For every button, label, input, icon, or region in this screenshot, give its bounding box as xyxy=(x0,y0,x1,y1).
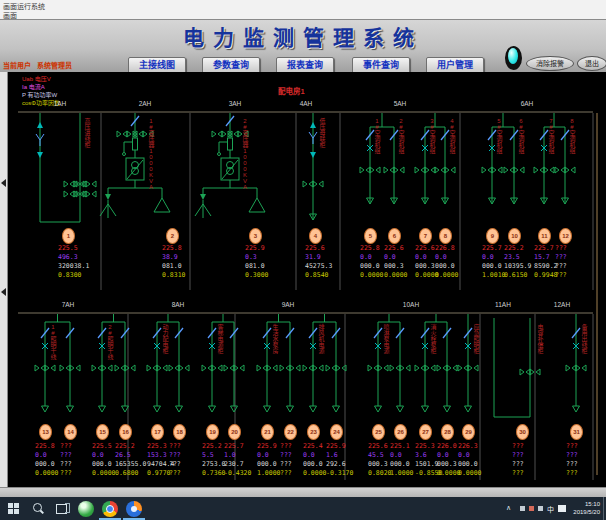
meter-pf: 0.0000 xyxy=(458,469,481,477)
qq-app-icon[interactable] xyxy=(78,501,94,517)
meter-power: 081.0 xyxy=(162,262,182,270)
meter-badge-26: 26 xyxy=(394,424,407,440)
meter-current: 45.5 xyxy=(368,451,384,459)
scroll-left-arrow-icon[interactable] xyxy=(1,179,6,187)
meter-badge-12: 12 xyxy=(559,228,572,244)
circuit-label: 备用出线柜 xyxy=(580,324,587,354)
meter-voltage: 225.3 xyxy=(415,442,435,450)
scada-canvas: Uab 电压VIa 电流AP 有功功率WcosΦ功率因数 配电房1 1AH2AH… xyxy=(0,72,606,487)
browser-app-icon[interactable] xyxy=(126,501,142,517)
meter-badge-9: 9 xyxy=(486,228,499,244)
circuit-label: 电容补偿柜 xyxy=(536,324,543,354)
meter-pf: 1.0010 xyxy=(482,271,505,279)
meter-voltage: 225.5 xyxy=(92,442,112,450)
left-scroll-strip[interactable] xyxy=(0,72,8,487)
meter-power: 1501.9 xyxy=(415,460,438,468)
meter-voltage: ??? xyxy=(566,442,578,450)
meter-voltage: 225.8 xyxy=(360,244,380,252)
meter-voltage: 225.9 xyxy=(257,442,277,450)
meter-current: 1.6 xyxy=(326,451,338,459)
single-line-diagram xyxy=(0,72,606,487)
circuit-label: 2#空调机组 xyxy=(397,118,404,154)
meter-voltage: 225.7 xyxy=(534,244,554,252)
tray-volume-icon[interactable] xyxy=(538,506,543,511)
meter-pf: 0.0000 xyxy=(437,469,460,477)
task-view-icon[interactable] xyxy=(54,501,70,517)
meter-power: 45275.3 xyxy=(305,262,332,270)
meter-current: ??? xyxy=(555,253,567,261)
meter-voltage: ??? xyxy=(512,442,524,450)
status-user-value: 系统管理员 xyxy=(37,62,72,69)
meter-badge-19: 19 xyxy=(206,424,219,440)
meter-current: 153.3 xyxy=(147,451,167,459)
meter-pf: ??? xyxy=(566,469,578,477)
meter-power: 081.0 xyxy=(245,262,265,270)
meter-power: 000.0 xyxy=(458,460,478,468)
meter-power: 000.3 xyxy=(384,262,404,270)
section-label-11AH: 11AH xyxy=(488,301,518,308)
show-desktop-button[interactable] xyxy=(603,497,604,520)
meter-voltage: 225.2 xyxy=(202,442,222,450)
meter-voltage: 225.5 xyxy=(58,244,78,252)
clock-time: 15:10 xyxy=(570,500,600,508)
start-button[interactable] xyxy=(6,501,22,517)
room-label: 配电房1 xyxy=(278,85,305,96)
chrome-app-icon[interactable] xyxy=(102,501,118,517)
meter-pf: 0.3000 xyxy=(245,271,268,279)
meter-voltage: 225.8 xyxy=(162,244,182,252)
meter-current: 38.9 xyxy=(162,253,178,261)
meter-badge-4: 4 xyxy=(309,228,322,244)
tray-expand-icon[interactable]: ∧ xyxy=(506,504,511,512)
section-label-2AH: 2AH xyxy=(130,100,160,107)
meter-power: 165355.0 xyxy=(115,460,146,468)
meter-current: 0.0 xyxy=(458,451,470,459)
taskbar-clock[interactable]: 15:10 2019/5/20 xyxy=(570,500,600,516)
meter-current: ??? xyxy=(169,451,181,459)
oval-button-2[interactable]: 退出 xyxy=(577,56,606,71)
meter-pf: 0.0000 xyxy=(92,469,115,477)
meter-pf: 0.0000 xyxy=(360,271,383,279)
meter-pf: 0.9770 xyxy=(147,469,170,477)
meter-current: 23.5 xyxy=(504,253,520,261)
tray-alert-icon[interactable] xyxy=(529,506,534,511)
meter-voltage: 226.3 xyxy=(458,442,478,450)
circuit-label: 8#空调机组 xyxy=(568,118,575,154)
tray-keyboard-icon[interactable] xyxy=(558,505,566,512)
meter-pf: 0.8020 xyxy=(368,469,391,477)
meter-current: 0.0 xyxy=(257,451,269,459)
meter-pf: 0.6150 xyxy=(504,271,527,279)
meter-power: 000.3 xyxy=(415,262,435,270)
meter-badge-20: 20 xyxy=(228,424,241,440)
section-label-8AH: 8AH xyxy=(163,301,193,308)
meter-badge-24: 24 xyxy=(330,424,343,440)
meter-voltage: ??? xyxy=(169,442,181,450)
circuit-label: 1#变压器1000KVA xyxy=(147,118,154,190)
circuit-label: 生活水泵房 xyxy=(271,324,278,354)
meter-voltage: 225.2 xyxy=(115,442,135,450)
tray-network-icon[interactable] xyxy=(520,506,525,511)
meter-current: 0.0 xyxy=(360,253,372,261)
meter-power: 000.0 xyxy=(303,460,323,468)
scroll-left-arrow2-icon[interactable] xyxy=(1,288,6,296)
meter-power: 000.0 xyxy=(360,262,380,270)
circuit-label: 客梯电源柜 xyxy=(216,324,223,354)
meter-voltage: 225.1 xyxy=(390,442,410,450)
meter-voltage: ??? xyxy=(280,442,292,450)
meter-badge-10: 10 xyxy=(508,228,521,244)
meter-voltage: 225.9 xyxy=(245,244,265,252)
meter-power: 000.0 xyxy=(35,460,55,468)
search-icon[interactable] xyxy=(30,501,46,517)
meter-current: 5.5 xyxy=(202,451,214,459)
meter-power: 320038.1 xyxy=(58,262,89,270)
meter-pf: 1.0000 xyxy=(257,469,280,477)
meter-voltage: 225.4 xyxy=(303,442,323,450)
meter-voltage: 225.9 xyxy=(326,442,346,450)
meter-voltage: 225.7 xyxy=(224,442,244,450)
window-titlebar: 画面运行系统 画面 xyxy=(0,0,606,20)
oval-button-1[interactable]: 消除报警 xyxy=(526,56,574,71)
section-label-4AH: 4AH xyxy=(291,100,321,107)
meter-voltage: ??? xyxy=(60,442,72,450)
tray-ime-icon[interactable]: 中 xyxy=(547,504,554,514)
meter-power: 000.0 xyxy=(435,262,455,270)
circuit-label: 动力配电柜 xyxy=(161,324,168,354)
